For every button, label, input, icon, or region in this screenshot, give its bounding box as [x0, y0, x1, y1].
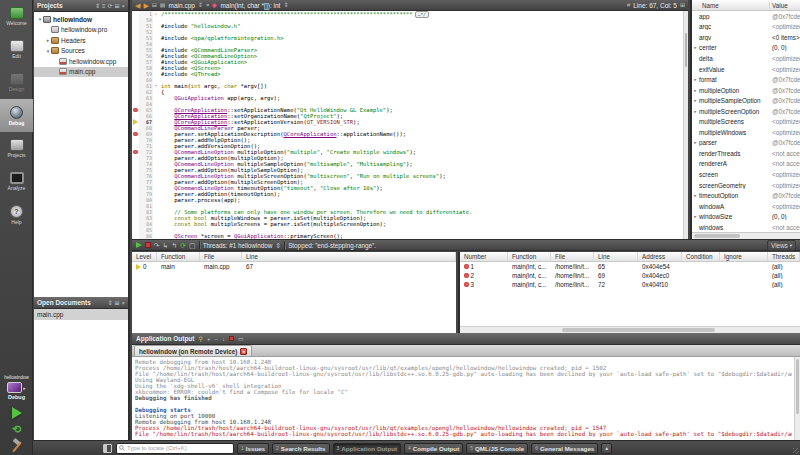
locals-row-argc[interactable]: argc<optimized [692, 22, 800, 33]
code-line-63[interactable]: 63 QGuiApplication app(argc, argv); [132, 95, 688, 101]
breakpoint-row[interactable]: 3main(int, c.../home/lin/t...720x404f10(… [460, 280, 800, 289]
locals-row-multipleOption[interactable]: ▸multipleOption@0x7fcde [692, 85, 800, 96]
code-line-59[interactable]: 59#include <QThread> [132, 71, 688, 77]
locals-row-center[interactable]: ▸center(0, 0) [692, 43, 800, 54]
output-pane-button-issues[interactable]: 1Issues [237, 443, 269, 454]
step-out-icon[interactable]: ↰ [171, 242, 177, 249]
expander-icon[interactable]: ▸ [692, 45, 699, 50]
expander-icon[interactable]: ▸ [692, 77, 699, 82]
output-pane-button-search-results[interactable]: 2Search Results [272, 443, 330, 454]
code-line-53[interactable]: 53#include <qpa/qplatformintegration.h> [132, 35, 688, 41]
locals-row-multipleWindows[interactable]: multipleWindows<optimized [692, 127, 800, 138]
expander-icon[interactable]: ▸ [692, 109, 699, 114]
locals-row-windowSize[interactable]: ▸windowSize(0, 0) [692, 211, 800, 222]
mode-button-design[interactable]: Design [0, 66, 33, 99]
project-tree-item-Headers[interactable]: ▸Headers [34, 35, 128, 46]
symbol-combobox[interactable]: main(int, char *[]): int [220, 2, 280, 9]
sync-icon[interactable]: ⟳ [107, 3, 112, 9]
zoom-out-icon[interactable]: − [214, 336, 218, 342]
stop-debugger-icon[interactable] [145, 242, 151, 248]
breakpoints-column-address[interactable]: Address [638, 252, 682, 261]
locals-row-format[interactable]: ▸format@0x7fcde [692, 74, 800, 85]
locals-row-argv[interactable]: argv<0 items> [692, 32, 800, 43]
combo-arrows-icon[interactable]: ⇕ [107, 300, 112, 306]
locals-row-screen[interactable]: screen<optimized [692, 169, 800, 180]
breakpoints-horizontal-scrollbar[interactable] [460, 326, 800, 333]
stack-column-level[interactable]: Level [132, 252, 157, 261]
filter-icon[interactable]: ⚲ [199, 336, 203, 342]
project-tree-item-Sources[interactable]: ▾Sources [34, 46, 128, 57]
locals-horizontal-scrollbar[interactable] [692, 232, 800, 239]
project-tree-item-hellowindow-cpp[interactable]: hellowindow.cpp [34, 56, 128, 67]
console-icon[interactable]: ▢ [189, 242, 196, 249]
open-file-tab[interactable]: main.cpp [168, 2, 194, 9]
close-tab-icon[interactable]: × [240, 348, 247, 355]
expand-output-pane-icon[interactable]: ▲ [601, 443, 612, 454]
start-debugging-button[interactable]: ⟲ [12, 424, 21, 435]
threads-combobox[interactable]: Threads: #1 hellowindow [203, 242, 273, 249]
combo-arrows-icon[interactable]: ⇕ [198, 2, 203, 8]
locals-row-renderThreads[interactable]: renderThreads<not acces [692, 148, 800, 159]
locals-row-windowA[interactable]: windowA<optimized [692, 201, 800, 212]
stack-column-line[interactable]: Line [242, 252, 456, 261]
output-pane-button-general-messages[interactable]: 6General Messages [531, 443, 598, 454]
combo-arrows-icon[interactable]: ⇕ [283, 2, 288, 8]
step-over-icon[interactable]: ↷ [154, 242, 160, 249]
split-icon[interactable]: ⊞ [114, 3, 119, 9]
locals-row-parser[interactable]: ▸parser@0x7fcde [692, 138, 800, 149]
locals-row-windows[interactable]: windows<not acces [692, 222, 800, 232]
run-to-line-icon[interactable]: ⟳ [180, 242, 186, 249]
project-tree-item-hellowindow-pro[interactable]: hellowindow.pro [34, 25, 128, 36]
scroll-down-icon[interactable]: ↓ [222, 336, 225, 342]
collapsed-region-indicator[interactable]: …*/ [415, 11, 429, 18]
toggle-sidebar-icon[interactable] [103, 444, 112, 453]
output-console[interactable]: Remote debugging from host 10.168.1.248P… [132, 357, 800, 440]
breakpoints-column-function[interactable]: Function [508, 252, 551, 261]
breakpoints-column-file[interactable]: File [551, 252, 594, 261]
views-button[interactable]: Views ▾ [767, 240, 796, 251]
locals-row-screenGeometry[interactable]: screenGeometry<optimized [692, 180, 800, 191]
expander-icon[interactable]: ▸ [692, 88, 699, 93]
split-icon[interactable]: ⊞ [114, 300, 119, 306]
expander-icon[interactable]: ▸ [692, 214, 699, 219]
close-icon[interactable]: × [121, 300, 125, 306]
stack-column-function[interactable]: Function [157, 252, 200, 261]
go-back-icon[interactable]: ◀ [135, 2, 140, 9]
locals-row-timeoutOption[interactable]: ▸timeoutOption@0x7fcde [692, 190, 800, 201]
symbol-hash-icon[interactable]: # [627, 2, 630, 8]
run-button[interactable] [12, 407, 22, 419]
mode-button-debug[interactable]: Debug [0, 99, 33, 132]
mode-button-help[interactable]: ?Help [0, 198, 33, 231]
stack-frame-row[interactable]: 0mainmain.cpp67 [132, 262, 456, 271]
close-icon[interactable]: × [121, 3, 125, 9]
breakpoints-column-threads[interactable]: Threads [768, 252, 800, 261]
breakpoints-column-number[interactable]: Number [460, 252, 508, 261]
split-icon[interactable]: ⊟ [152, 2, 157, 8]
mode-button-analyze[interactable]: Analyze [0, 165, 33, 198]
breakpoint-row[interactable]: 1main(int, c.../home/lin/t...650x404e54(… [460, 262, 800, 271]
project-tree-item-main-cpp[interactable]: main.cpp [34, 67, 128, 78]
combo-arrows-icon[interactable]: ⇕ [275, 242, 281, 249]
output-pane-button-application-output[interactable]: 3Application Output [333, 443, 401, 454]
locals-row-app[interactable]: app@0x7fcde [692, 11, 800, 22]
editor-vertical-scrollbar[interactable] [683, 11, 688, 239]
locals-column-value[interactable]: Value [770, 2, 800, 9]
breakpoints-column-ignore[interactable]: Ignore [720, 252, 768, 261]
expander-icon[interactable]: ▸ [692, 98, 699, 103]
code-area[interactable]: 1▸/*************************************… [132, 11, 688, 239]
step-into-icon[interactable]: ↳ [162, 242, 168, 249]
stop-icon[interactable] [229, 336, 234, 341]
close-document-icon[interactable]: × [206, 2, 210, 8]
locals-row-exitValue[interactable]: exitValue<optimized [692, 64, 800, 75]
go-forward-icon[interactable]: ▶ [143, 2, 148, 9]
project-tree-item-hellowindow[interactable]: ▾hellowindow [34, 14, 128, 25]
locator-input[interactable] [127, 445, 231, 451]
breakpoints-column-condition[interactable]: Condition [682, 252, 720, 261]
code-line-51[interactable]: 51#include "hellowindow.h" [132, 23, 688, 29]
output-pane-button-qml-js-console[interactable]: 5QML/JS Console [466, 443, 528, 454]
code-line-80[interactable]: 80 parser.process(app); [132, 197, 688, 203]
mode-button-welcome[interactable]: Welcome [0, 0, 33, 33]
locals-row-multipleScreenOption[interactable]: ▸multipleScreenOption@0x7fcde [692, 106, 800, 117]
continue-icon[interactable] [136, 242, 142, 248]
locals-row-delta[interactable]: delta<optimized [692, 53, 800, 64]
